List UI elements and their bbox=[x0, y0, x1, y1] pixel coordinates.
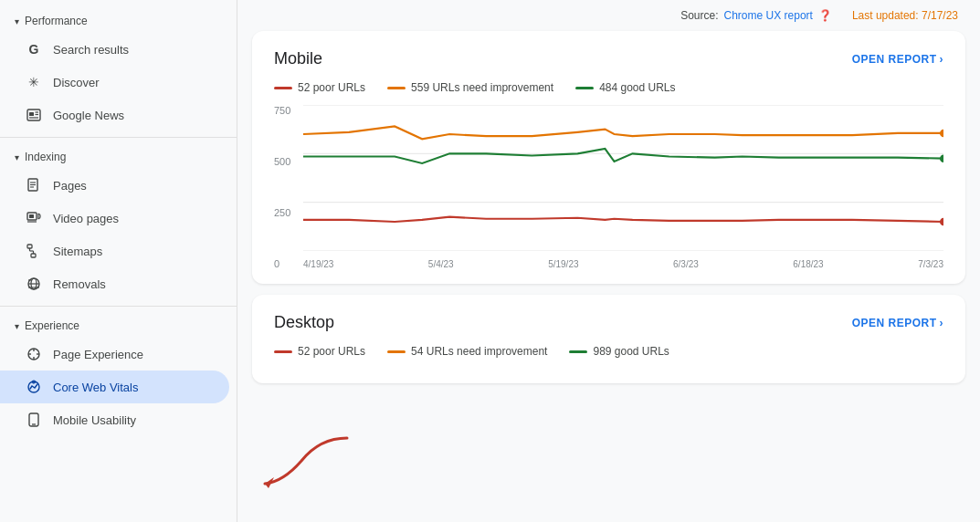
sidebar-item-label: Removals bbox=[53, 277, 106, 291]
sidebar-item-removals[interactable]: Removals bbox=[0, 267, 229, 300]
desktop-open-report-button[interactable]: OPEN REPORT › bbox=[852, 317, 943, 329]
sidebar-item-label: Page Experience bbox=[53, 348, 143, 361]
mobile-chart-header: Mobile OPEN REPORT › bbox=[274, 49, 943, 68]
core-web-vitals-icon bbox=[26, 379, 42, 395]
legend-item-poor-desktop: 52 poor URLs bbox=[274, 345, 365, 358]
sidebar-item-search-results[interactable]: G Search results bbox=[0, 33, 229, 66]
help-icon[interactable]: ❓ bbox=[818, 9, 832, 22]
divider bbox=[0, 306, 237, 307]
news-icon bbox=[26, 107, 42, 123]
top-bar: Source: Chrome UX report ❓ Last updated:… bbox=[237, 0, 980, 31]
sidebar-item-google-news[interactable]: Google News bbox=[0, 99, 229, 131]
chevron-down-icon: ▾ bbox=[15, 321, 19, 331]
svg-rect-17 bbox=[31, 254, 36, 257]
sitemaps-icon bbox=[26, 243, 42, 259]
mobile-chart-legend: 52 poor URLs 559 URLs need improvement 4… bbox=[274, 81, 943, 94]
legend-label-good: 484 good URLs bbox=[599, 81, 675, 94]
chart-svg-container bbox=[303, 105, 943, 251]
sidebar-item-label: Core Web Vitals bbox=[53, 381, 138, 394]
chevron-down-icon: ▾ bbox=[15, 16, 19, 26]
sidebar-section-experience-label: Experience bbox=[25, 319, 79, 332]
y-axis-labels: 750 500 250 0 bbox=[274, 105, 301, 269]
sidebar-section-performance[interactable]: ▾ Performance bbox=[0, 7, 237, 33]
removals-icon bbox=[26, 276, 42, 292]
chevron-right-icon: › bbox=[940, 53, 944, 66]
divider bbox=[0, 137, 237, 138]
desktop-chart-header: Desktop OPEN REPORT › bbox=[274, 313, 943, 332]
svg-rect-1 bbox=[29, 112, 34, 116]
mobile-chart-area: 750 500 250 0 bbox=[274, 105, 943, 269]
legend-line-needs-improvement-desktop bbox=[387, 350, 406, 353]
desktop-chart-legend: 52 poor URLs 54 URLs need improvement 98… bbox=[274, 345, 943, 358]
legend-line-needs-improvement bbox=[387, 87, 406, 89]
legend-item-needs-improvement: 559 URLs need improvement bbox=[387, 81, 553, 94]
sidebar-section-indexing[interactable]: ▾ Indexing bbox=[0, 143, 237, 169]
sidebar-item-label: Search results bbox=[53, 43, 129, 57]
sidebar-item-mobile-usability[interactable]: Mobile Usability bbox=[0, 403, 229, 436]
legend-line-good bbox=[575, 87, 594, 89]
svg-rect-16 bbox=[27, 245, 32, 248]
legend-label-needs-improvement-desktop: 54 URLs need improvement bbox=[411, 345, 547, 358]
svg-rect-10 bbox=[29, 214, 34, 218]
legend-item-good-desktop: 989 good URLs bbox=[569, 345, 669, 358]
page-experience-icon bbox=[26, 346, 42, 362]
sidebar-section-experience[interactable]: ▾ Experience bbox=[0, 312, 237, 338]
legend-item-poor: 52 poor URLs bbox=[274, 81, 365, 94]
video-pages-icon bbox=[26, 210, 42, 226]
mobile-chart-svg bbox=[303, 105, 943, 251]
source-label: Source: bbox=[680, 9, 718, 22]
sidebar-item-label: Video pages bbox=[53, 212, 119, 225]
google-g-icon: G bbox=[26, 41, 42, 57]
mobile-usability-icon bbox=[26, 412, 42, 428]
sidebar-item-label: Google News bbox=[53, 109, 124, 122]
sidebar-item-page-experience[interactable]: Page Experience bbox=[0, 338, 229, 371]
sidebar-item-label: Mobile Usability bbox=[53, 413, 136, 427]
sidebar-section-indexing-label: Indexing bbox=[25, 151, 66, 163]
sidebar-item-pages[interactable]: Pages bbox=[0, 169, 229, 202]
legend-line-good-desktop bbox=[569, 350, 587, 353]
pages-icon bbox=[26, 177, 42, 193]
sidebar-item-label: Sitemaps bbox=[53, 245, 102, 258]
svg-point-41 bbox=[940, 154, 943, 162]
chevron-down-icon: ▾ bbox=[15, 152, 19, 162]
legend-label-needs-improvement: 559 URLs need improvement bbox=[411, 81, 553, 94]
legend-item-good: 484 good URLs bbox=[575, 81, 675, 94]
asterisk-icon: ✳ bbox=[26, 74, 42, 90]
legend-line-poor bbox=[274, 87, 292, 89]
desktop-chart-title: Desktop bbox=[274, 313, 334, 332]
mobile-chart-card: Mobile OPEN REPORT › 52 poor URLs 559 UR… bbox=[252, 31, 965, 284]
sidebar-item-discover[interactable]: ✳ Discover bbox=[0, 66, 229, 99]
legend-item-needs-improvement-desktop: 54 URLs need improvement bbox=[387, 345, 547, 358]
x-axis-labels: 4/19/23 5/4/23 5/19/23 6/3/23 6/18/23 7/… bbox=[303, 259, 943, 269]
sidebar-item-core-web-vitals[interactable]: Core Web Vitals bbox=[0, 371, 229, 403]
sidebar-item-video-pages[interactable]: Video pages bbox=[0, 202, 229, 235]
sidebar-section-performance-label: Performance bbox=[25, 15, 88, 27]
svg-point-42 bbox=[940, 218, 943, 226]
charts-container: Mobile OPEN REPORT › 52 poor URLs 559 UR… bbox=[237, 31, 980, 398]
mobile-chart-title: Mobile bbox=[274, 49, 322, 68]
sidebar-item-sitemaps[interactable]: Sitemaps bbox=[0, 235, 229, 267]
desktop-chart-card: Desktop OPEN REPORT › 52 poor URLs 54 UR… bbox=[252, 295, 965, 383]
mobile-open-report-button[interactable]: OPEN REPORT › bbox=[852, 53, 943, 66]
legend-label-good-desktop: 989 good URLs bbox=[593, 345, 669, 358]
last-updated: Last updated: 7/17/23 bbox=[852, 9, 958, 22]
sidebar-item-label: Discover bbox=[53, 76, 100, 89]
svg-point-40 bbox=[940, 130, 943, 138]
sidebar-item-label: Pages bbox=[53, 179, 87, 193]
legend-label-poor-desktop: 52 poor URLs bbox=[298, 345, 365, 358]
chevron-right-icon: › bbox=[940, 317, 944, 329]
legend-line-poor-desktop bbox=[274, 350, 292, 353]
sidebar: ▾ Performance G Search results ✳ Discove… bbox=[0, 0, 237, 522]
chrome-ux-report-link[interactable]: Chrome UX report bbox=[724, 9, 813, 22]
legend-label-poor: 52 poor URLs bbox=[298, 81, 365, 94]
main-content: Source: Chrome UX report ❓ Last updated:… bbox=[237, 0, 980, 522]
